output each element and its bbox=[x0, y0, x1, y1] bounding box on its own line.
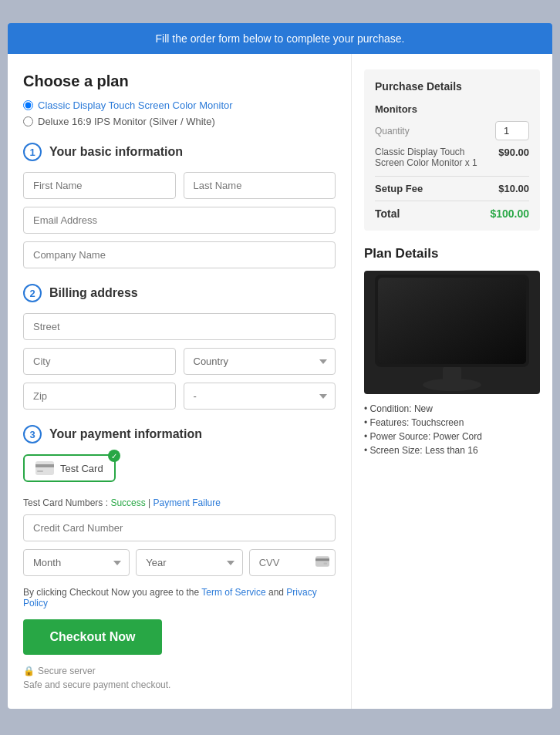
lock-icon: 🔒 bbox=[23, 666, 35, 676]
first-name-input[interactable] bbox=[23, 172, 176, 199]
section2-header: 2 Billing address bbox=[23, 284, 336, 302]
purchase-details-title: Purchase Details bbox=[375, 80, 529, 93]
plan-radio-1[interactable] bbox=[23, 100, 33, 110]
success-link[interactable]: Success bbox=[110, 497, 145, 508]
last-name-input[interactable] bbox=[184, 172, 336, 199]
section1-number: 1 bbox=[23, 143, 42, 161]
setup-price: $10.00 bbox=[498, 183, 529, 194]
svg-rect-1 bbox=[35, 464, 54, 467]
section2-title: Billing address bbox=[49, 286, 138, 300]
svg-rect-8 bbox=[378, 278, 526, 364]
month-year-cvv-row: Month 01020304 05060708 09101112 Year 20… bbox=[23, 549, 336, 576]
failure-link[interactable]: Payment Failure bbox=[153, 497, 221, 508]
feature-1: Condition: New bbox=[364, 403, 540, 414]
total-row: Total $100.00 bbox=[375, 207, 529, 220]
svg-rect-2 bbox=[37, 470, 43, 472]
plan-features-list: Condition: New Features: Touchscreen Pow… bbox=[364, 403, 540, 456]
page-wrapper: Fill the order form below to complete yo… bbox=[0, 15, 560, 716]
separator: | bbox=[148, 497, 150, 508]
street-input[interactable] bbox=[23, 313, 336, 340]
zip-input[interactable] bbox=[23, 383, 176, 410]
company-input[interactable] bbox=[23, 241, 336, 268]
svg-rect-5 bbox=[323, 562, 327, 564]
plan-label-1: Classic Display Touch Screen Color Monit… bbox=[38, 99, 233, 111]
state-select[interactable]: - bbox=[184, 383, 336, 410]
secure-label-area: 🔒 Secure server bbox=[23, 666, 336, 676]
month-select[interactable]: Month 01020304 05060708 09101112 bbox=[23, 549, 130, 576]
monitors-label: Monitors bbox=[375, 103, 529, 115]
item-row: Classic Display Touch Screen Color Monit… bbox=[375, 147, 529, 168]
plan-label-2: Deluxe 16:9 IPS Monitor (Silver / White) bbox=[38, 116, 215, 127]
checkout-button[interactable]: Checkout Now bbox=[23, 619, 162, 655]
city-input[interactable] bbox=[23, 348, 176, 375]
card-selected-badge bbox=[108, 450, 120, 462]
tos-link[interactable]: Term of Service bbox=[201, 587, 265, 598]
safe-label: Safe and secure payment checkout. bbox=[23, 679, 336, 690]
cc-number-row bbox=[23, 514, 336, 541]
cvv-card-icon bbox=[315, 556, 329, 570]
purchase-details-box: Purchase Details Monitors Quantity Class… bbox=[364, 69, 540, 231]
feature-3: Power Source: Power Cord bbox=[364, 431, 540, 442]
email-input[interactable] bbox=[23, 207, 336, 234]
test-card-note-text: Test Card Numbers : bbox=[23, 497, 108, 508]
quantity-row: Quantity bbox=[375, 121, 529, 140]
feature-4: Screen Size: Less than 16 bbox=[364, 445, 540, 456]
monitor-image bbox=[364, 271, 540, 394]
svg-rect-3 bbox=[315, 556, 329, 567]
divider1 bbox=[375, 176, 529, 177]
main-container: Choose a plan Classic Display Touch Scre… bbox=[8, 54, 552, 709]
quantity-label: Quantity bbox=[375, 126, 410, 137]
section3-number: 3 bbox=[23, 425, 42, 443]
setup-label: Setup Fee bbox=[375, 183, 423, 194]
credit-card-icon bbox=[35, 461, 54, 475]
total-price: $100.00 bbox=[490, 207, 529, 220]
terms-before: By clicking Checkout Now you agree to th… bbox=[23, 587, 199, 598]
card-option-area: Test Card bbox=[23, 454, 336, 490]
plan-option-2[interactable]: Deluxe 16:9 IPS Monitor (Silver / White) bbox=[23, 116, 336, 127]
plan-details-section: Plan Details bbox=[364, 246, 540, 456]
street-row bbox=[23, 313, 336, 340]
terms-text: By clicking Checkout Now you agree to th… bbox=[23, 587, 336, 609]
svg-rect-4 bbox=[315, 558, 329, 561]
terms-and: and bbox=[268, 587, 284, 598]
zip-state-row: - bbox=[23, 383, 336, 410]
feature-2: Features: Touchscreen bbox=[364, 417, 540, 428]
item-price: $90.00 bbox=[498, 147, 529, 158]
plan-radio-2[interactable] bbox=[23, 116, 33, 126]
company-row bbox=[23, 241, 336, 268]
credit-card-input[interactable] bbox=[23, 514, 336, 541]
divider2 bbox=[375, 201, 529, 201]
test-card-option[interactable]: Test Card bbox=[23, 454, 116, 482]
banner-text: Fill the order form below to complete yo… bbox=[156, 32, 405, 45]
year-select[interactable]: Year 20242025202620272028 bbox=[136, 549, 242, 576]
svg-point-10 bbox=[423, 379, 481, 391]
choose-plan-title: Choose a plan bbox=[23, 72, 336, 90]
right-panel: Purchase Details Monitors Quantity Class… bbox=[352, 54, 552, 709]
test-card-note-area: Test Card Numbers : Success | Payment Fa… bbox=[23, 497, 336, 508]
plan-option-1[interactable]: Classic Display Touch Screen Color Monit… bbox=[23, 99, 336, 111]
svg-rect-0 bbox=[35, 461, 54, 475]
section1-title: Your basic information bbox=[49, 145, 183, 159]
total-label: Total bbox=[375, 207, 400, 220]
country-select[interactable]: Country United States United Kingdom Can… bbox=[184, 348, 336, 375]
email-row bbox=[23, 207, 336, 234]
section1-header: 1 Your basic information bbox=[23, 143, 336, 161]
city-country-row: Country United States United Kingdom Can… bbox=[23, 348, 336, 375]
cvv-wrapper bbox=[249, 549, 336, 576]
left-panel: Choose a plan Classic Display Touch Scre… bbox=[8, 54, 352, 709]
item-name: Classic Display Touch Screen Color Monit… bbox=[375, 147, 483, 168]
quantity-input[interactable] bbox=[495, 121, 529, 140]
top-banner: Fill the order form below to complete yo… bbox=[8, 23, 552, 54]
monitor-svg bbox=[367, 271, 537, 394]
section3-title: Your payment information bbox=[49, 427, 202, 441]
setup-row: Setup Fee $10.00 bbox=[375, 183, 529, 194]
secure-label: Secure server bbox=[38, 666, 96, 676]
section2-number: 2 bbox=[23, 284, 42, 302]
name-row bbox=[23, 172, 336, 199]
section3-header: 3 Your payment information bbox=[23, 425, 336, 443]
plan-details-title: Plan Details bbox=[364, 246, 540, 261]
test-card-label: Test Card bbox=[60, 463, 103, 474]
